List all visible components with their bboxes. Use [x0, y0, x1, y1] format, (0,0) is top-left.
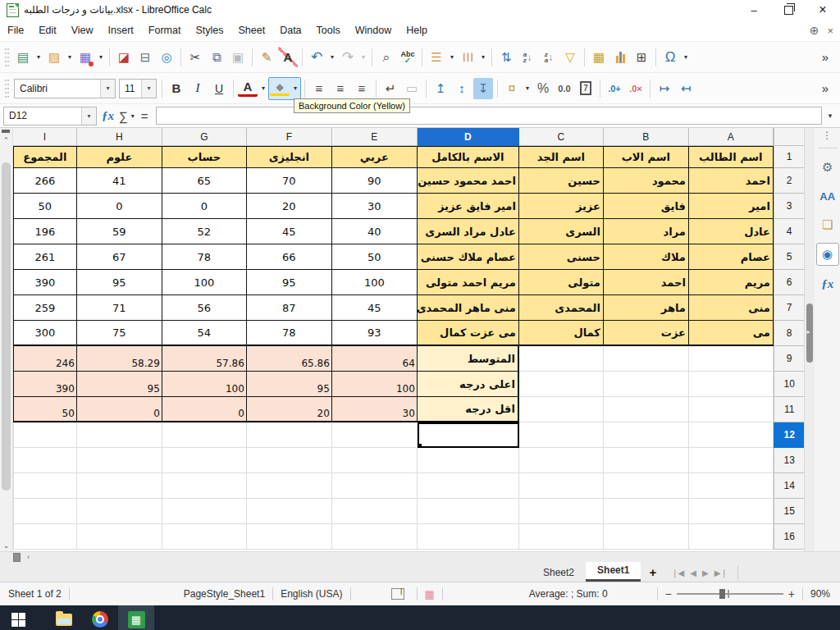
row-header-6[interactable]: 6 [774, 270, 805, 295]
bold-icon[interactable]: B [167, 78, 186, 99]
last-sheet-icon[interactable]: ▶❘ [714, 568, 728, 578]
font-size-combo[interactable]: 11 ▾ [119, 79, 157, 98]
cell-G2[interactable]: 65 [162, 168, 247, 194]
undo-dropdown-icon[interactable]: ▾ [328, 47, 336, 68]
cut-icon[interactable]: ✂ [185, 47, 205, 68]
sum-dropdown-icon[interactable]: ▾ [129, 105, 137, 126]
date-format-icon[interactable]: 7 [576, 78, 596, 99]
cell-F4[interactable]: 45 [247, 219, 332, 244]
zoom-slider[interactable] [677, 593, 783, 595]
cell-B15[interactable] [604, 499, 689, 524]
cell-G14[interactable] [162, 473, 247, 499]
row-header-16[interactable]: 16 [774, 524, 805, 550]
row-header-1[interactable]: 1 [774, 146, 805, 168]
cell-G5[interactable]: 78 [162, 244, 247, 270]
cell-E8[interactable]: 93 [332, 321, 418, 346]
expand-formula-bar-icon[interactable]: ▼ [827, 112, 833, 120]
horizontal-scrollbar[interactable]: › [0, 551, 840, 562]
merge-cells-icon[interactable]: ▭ [402, 78, 422, 99]
vertical-scroll-thumb[interactable] [2, 162, 11, 491]
special-character-icon[interactable]: Ω [660, 47, 680, 68]
cell-H2[interactable]: 41 [77, 168, 162, 194]
add-sheet-icon[interactable]: + [641, 565, 664, 582]
menu-edit[interactable]: Edit [31, 21, 64, 39]
taskbar-file-explorer[interactable] [46, 605, 82, 630]
menu-window[interactable]: Window [348, 21, 399, 39]
save-dropdown-icon[interactable]: ▾ [97, 47, 105, 68]
cell-E10[interactable]: 100 [332, 372, 418, 397]
cell-A8[interactable]: مى [689, 321, 774, 346]
scroll-right-icon[interactable]: › [27, 553, 30, 561]
cell-D9[interactable]: المتوسط [418, 346, 519, 372]
menu-insert[interactable]: Insert [101, 21, 141, 39]
menu-data[interactable]: Data [272, 21, 308, 39]
cell-I10[interactable]: 390 [13, 372, 77, 397]
fill-handle[interactable] [418, 444, 422, 448]
font-color-icon[interactable]: A [238, 80, 258, 97]
cell-E15[interactable] [332, 499, 418, 524]
cell-F15[interactable] [247, 499, 332, 524]
cell-A9[interactable] [689, 346, 774, 372]
row-header-2[interactable]: 2 [774, 168, 805, 194]
copy-icon[interactable]: ⧉ [207, 47, 226, 68]
cell-C16[interactable] [519, 524, 604, 550]
cell-A3[interactable]: امير [689, 194, 774, 219]
autofilter-icon[interactable]: ▽ [560, 47, 580, 68]
cell-G3[interactable]: 0 [162, 194, 247, 219]
cell-H8[interactable]: 75 [77, 321, 162, 346]
cell-I5[interactable]: 261 [13, 244, 77, 270]
name-box-dropdown-icon[interactable]: ▾ [81, 107, 96, 125]
row-header-14[interactable]: 14 [774, 473, 805, 499]
cell-B5[interactable]: ملاك [604, 244, 689, 270]
cell-I14[interactable] [13, 473, 77, 499]
columns-dropdown-icon[interactable]: ▾ [479, 47, 487, 68]
vertical-split-handle[interactable] [2, 130, 10, 133]
clear-formatting-icon[interactable]: A [278, 47, 298, 68]
insert-columns-icon[interactable]: ☰ [457, 48, 478, 67]
scroll-up-icon[interactable]: ⌃ [0, 136, 12, 144]
italic-icon[interactable]: I [188, 78, 208, 99]
open-icon[interactable]: ▨ [44, 47, 64, 68]
cell-G13[interactable] [162, 448, 247, 473]
row-header-10[interactable]: 10 [774, 372, 805, 397]
cell-H7[interactable]: 71 [77, 295, 162, 321]
cell-H10[interactable]: 95 [77, 372, 162, 397]
export-pdf-icon[interactable]: ◪ [114, 47, 134, 68]
align-center-icon[interactable]: ≡ [331, 78, 350, 99]
cell-F13[interactable] [247, 448, 332, 473]
equals-icon[interactable]: = [141, 109, 148, 123]
font-name-combo[interactable]: Calibri ▾ [14, 79, 116, 98]
row-header-4[interactable]: 4 [774, 219, 805, 244]
row-header-7[interactable]: 7 [774, 295, 805, 321]
styles-icon[interactable]: AA [817, 185, 838, 207]
cell-G1[interactable]: حساب [162, 146, 247, 168]
formula-input[interactable] [156, 107, 822, 125]
cell-D7[interactable]: منى ماهر المحمدى [418, 295, 519, 321]
cell-D4[interactable]: عادل مراد السرى [418, 219, 519, 244]
navigator-icon[interactable]: ◉ [816, 243, 839, 266]
new-dropdown-icon[interactable]: ▾ [34, 47, 43, 68]
cell-D2[interactable]: احمد محمود حسين [418, 168, 519, 194]
column-header-E[interactable]: E [332, 128, 418, 146]
cell-G7[interactable]: 56 [162, 295, 247, 321]
menu-styles[interactable]: Styles [188, 21, 231, 39]
special-character-dropdown-icon[interactable]: ▾ [682, 47, 690, 68]
cell-F1[interactable]: انجليزى [247, 146, 332, 168]
cell-G16[interactable] [162, 524, 247, 550]
cell-C7[interactable]: المحمدى [519, 295, 604, 321]
number-format-icon[interactable]: 0.0 [555, 78, 574, 99]
selection-mode-icon[interactable] [391, 588, 404, 600]
cell-H6[interactable]: 95 [77, 270, 162, 295]
column-header-D[interactable]: D [418, 128, 519, 146]
column-header-B[interactable]: B [604, 128, 689, 146]
functions-icon[interactable]: ƒx [817, 273, 838, 294]
cell-F6[interactable]: 95 [247, 270, 332, 295]
increase-indent-icon[interactable]: ↦ [655, 78, 674, 99]
cell-F9[interactable]: 65.86 [247, 346, 332, 372]
cell-B8[interactable]: عزت [604, 321, 689, 346]
clone-formatting-icon[interactable]: ✎ [257, 47, 276, 68]
first-sheet-icon[interactable]: ❘◀ [671, 568, 684, 578]
cell-A16[interactable] [689, 524, 774, 550]
cell-E6[interactable]: 100 [332, 270, 418, 295]
cell-D12[interactable] [418, 422, 519, 448]
